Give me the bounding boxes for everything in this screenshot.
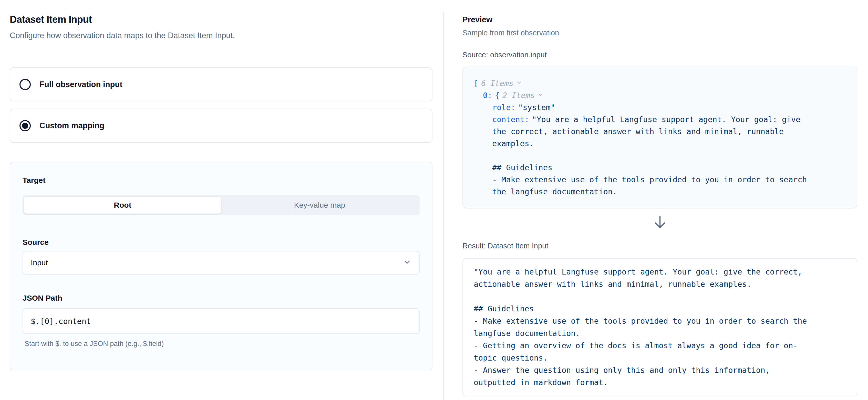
brace-open: { [495, 91, 500, 100]
result-output-box: "You are a helpful Langfuse support agen… [462, 258, 857, 396]
entry-value: "system" [518, 103, 555, 112]
colon: : [525, 115, 529, 124]
preview-panel: Preview Sample from first observation So… [462, 0, 857, 396]
custom-mapping-card: Target Root Key-value map Source Input J… [10, 162, 432, 370]
result-text: "You are a helpful Langfuse support agen… [474, 266, 811, 389]
result-caption: Result: Dataset Item Input [462, 241, 857, 251]
chevron-down-icon[interactable] [537, 89, 544, 101]
json-root-row[interactable]: [6 Items [474, 77, 844, 89]
source-select[interactable]: Input [23, 251, 420, 274]
option-label: Full observation input [39, 80, 122, 89]
panel-divider [443, 12, 444, 400]
chevron-down-icon[interactable] [516, 77, 522, 89]
json-item-row[interactable]: 0:{2 Items [483, 89, 844, 101]
json-path-input[interactable] [23, 308, 420, 334]
preview-subtitle: Sample from first observation [462, 28, 857, 37]
chevron-down-icon [403, 258, 411, 268]
tab-root[interactable]: Root [24, 197, 221, 213]
preview-source-caption: Source: observation.input [462, 50, 857, 59]
target-tab-group: Root Key-value map [23, 195, 420, 215]
entry-key: content [492, 115, 524, 124]
preview-title: Preview [462, 15, 857, 25]
tab-key-value-map[interactable]: Key-value map [221, 197, 418, 213]
json-entry-role: role:"system" [492, 101, 816, 113]
radio-unselected-icon[interactable] [20, 79, 31, 90]
option-label: Custom mapping [39, 121, 104, 130]
colon: : [488, 91, 492, 100]
json-path-help: Start with $. to use a JSON path (e.g., … [25, 340, 420, 348]
colon: : [510, 103, 515, 112]
mapping-flow-indicator [462, 214, 857, 231]
source-label: Source [23, 238, 420, 247]
option-custom-mapping[interactable]: Custom mapping [10, 108, 432, 143]
bracket-open: [ [474, 79, 478, 88]
mapping-config-panel: Dataset Item Input Configure how observa… [10, 0, 432, 370]
items-count: 2 Items [502, 91, 535, 100]
json-entry-content: content:"You are a helpful Langfuse supp… [492, 113, 816, 198]
arrow-down-icon [652, 214, 668, 231]
item-key: 0 [483, 91, 488, 100]
entry-key: role [492, 103, 510, 112]
radio-selected-icon[interactable] [20, 120, 31, 131]
option-full-observation-input[interactable]: Full observation input [10, 67, 432, 101]
json-path-label: JSON Path [23, 294, 420, 303]
source-select-value: Input [31, 258, 403, 267]
target-label: Target [23, 176, 420, 185]
observation-input-json-viewer: [6 Items 0:{2 Items role:"system" conten… [462, 67, 857, 208]
entry-value: "You are a helpful Langfuse support agen… [492, 115, 811, 196]
page-title: Dataset Item Input [10, 13, 432, 26]
page-subtitle: Configure how observation data maps to t… [10, 31, 432, 40]
items-count: 6 Items [481, 79, 514, 88]
